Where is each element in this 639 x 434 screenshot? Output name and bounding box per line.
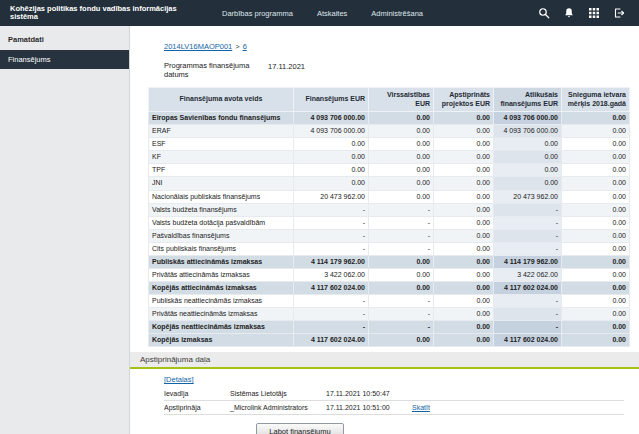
apps-grid-icon[interactable] — [588, 7, 600, 19]
cell-approved-projects: 0.00 — [434, 268, 494, 281]
cell-financing: - — [294, 321, 369, 334]
approval-timestamp: 17.11.2021 10:51:00 — [326, 404, 406, 411]
cell-overcommitments: - — [369, 216, 434, 229]
row-source-label: Pašvaldības finansējums — [149, 229, 294, 242]
cell-approved-projects: 0.00 — [434, 203, 494, 216]
cell-performance-target: 0.00 — [562, 190, 630, 203]
cell-performance-target: 0.00 — [562, 164, 630, 177]
cell-financing: - — [294, 294, 369, 307]
approval-rows: Ievadīja Sistēmas Lietotājs 17.11.2021 1… — [164, 387, 624, 415]
col-header-remaining: Atlikušais finansējums EUR — [494, 87, 562, 112]
cell-overcommitments: - — [369, 307, 434, 320]
table-row: Kopējās izmaksas 4 117 602 024.00 0.00 0… — [149, 334, 630, 347]
finance-date-row: Programmas finansējuma datums 17.11.2021 — [164, 61, 639, 80]
cell-approved-projects: 0.00 — [434, 255, 494, 268]
cell-financing: 3 422 062.00 — [294, 268, 369, 281]
cell-overcommitments: 0.00 — [369, 151, 434, 164]
cell-remaining: 20 473 962.00 — [494, 190, 562, 203]
cell-remaining: 3 422 062.00 — [494, 268, 562, 281]
cell-performance-target: 0.00 — [562, 307, 630, 320]
top-nav-item[interactable]: Darbības programma — [222, 9, 293, 18]
col-header-performance-target: Snieguma ietvara mērķis 2018.gadā — [562, 87, 630, 112]
cell-approved-projects: 0.00 — [434, 125, 494, 138]
row-source-label: TPF — [149, 164, 294, 177]
cell-remaining: 4 093 706 000.00 — [494, 125, 562, 138]
cell-remaining: 4 114 179 962.00 — [494, 255, 562, 268]
cell-performance-target: 0.00 — [562, 321, 630, 334]
cell-overcommitments: - — [369, 242, 434, 255]
cell-overcommitments: 0.00 — [369, 125, 434, 138]
cell-approved-projects: 0.00 — [434, 334, 494, 347]
cell-approved-projects: 0.00 — [434, 112, 494, 125]
cell-performance-target: 0.00 — [562, 138, 630, 151]
table-row: TPF 0.00 0.00 0.00 0.00 0.00 — [149, 164, 630, 177]
cell-performance-target: 0.00 — [562, 203, 630, 216]
cell-remaining: 4 117 602 024.00 — [494, 281, 562, 294]
top-nav: Darbības programma Atskaites Administrēš… — [222, 9, 423, 18]
cell-overcommitments: 0.00 — [369, 112, 434, 125]
cell-financing: - — [294, 307, 369, 320]
row-source-label: Eiropas Savienības fondu finansējums — [149, 112, 294, 125]
cell-financing: 0.00 — [294, 138, 369, 151]
row-source-label: JNI — [149, 177, 294, 190]
breadcrumb-programme-link[interactable]: 2014LV16MAOP001 — [164, 42, 232, 51]
cell-approved-projects: 0.00 — [434, 321, 494, 334]
row-source-label: Publiskās attiecināmās izmaksas — [149, 255, 294, 268]
row-source-label: Valsts budžeta finansējums — [149, 203, 294, 216]
row-source-label: Kopējās neattiecināmās izmaksas — [149, 321, 294, 334]
cell-remaining: 0.00 — [494, 151, 562, 164]
cell-performance-target: 0.00 — [562, 229, 630, 242]
cell-performance-target: 0.00 — [562, 125, 630, 138]
cell-overcommitments: 0.00 — [369, 190, 434, 203]
sidebar-item-finansejums[interactable]: Finansējums — [0, 50, 129, 69]
cell-remaining: 0.00 — [494, 177, 562, 190]
top-nav-item[interactable]: Administrēšana — [371, 9, 423, 18]
cell-overcommitments: 0.00 — [369, 268, 434, 281]
approval-row-label: Apstiprināja — [164, 404, 230, 411]
finance-date-value: 17.11.2021 — [268, 61, 305, 80]
cell-remaining: - — [494, 294, 562, 307]
cell-financing: 4 093 706 000.00 — [294, 112, 369, 125]
table-row: JNI 0.00 0.00 0.00 0.00 0.00 — [149, 177, 630, 190]
search-icon[interactable] — [538, 7, 550, 19]
cell-overcommitments: 0.00 — [369, 164, 434, 177]
top-bar-icons — [538, 7, 639, 19]
breadcrumb-separator: > — [235, 42, 239, 51]
table-row: Valsts budžeta finansējums - - 0.00 - 0.… — [149, 203, 630, 216]
table-row: Privātās neattiecināmās izmaksas - - 0.0… — [149, 307, 630, 320]
cell-financing: 20 473 962.00 — [294, 190, 369, 203]
cell-financing: 4 117 602 024.00 — [294, 334, 369, 347]
notifications-bell-icon[interactable] — [563, 7, 575, 19]
col-header-financing: Finansējums EUR — [294, 87, 369, 112]
cell-financing: 4 117 602 024.00 — [294, 281, 369, 294]
cell-performance-target: 0.00 — [562, 255, 630, 268]
row-source-label: KF — [149, 151, 294, 164]
edit-financing-button[interactable]: Labot finansējumu — [256, 423, 343, 434]
table-row: Publiskās attiecināmās izmaksas 4 114 17… — [149, 255, 630, 268]
top-bar: Kohēzijas politikas fondu vadības inform… — [0, 0, 639, 26]
cell-performance-target: 0.00 — [562, 294, 630, 307]
top-nav-item[interactable]: Atskaites — [317, 9, 347, 18]
finance-table: Finansējuma avota veids Finansējums EUR … — [148, 87, 630, 347]
row-source-label: Publiskās neattiecināmās izmaksas — [149, 294, 294, 307]
approval-view-link[interactable]: Skatīt — [412, 404, 430, 411]
table-row: Nacionālais publiskais finansējums 20 47… — [149, 190, 630, 203]
finance-table-header: Finansējuma avota veids Finansējums EUR … — [149, 87, 630, 112]
table-row: ESF 0.00 0.00 0.00 0.00 0.00 — [149, 138, 630, 151]
cell-overcommitments: - — [369, 229, 434, 242]
row-source-label: Privātās neattiecināmās izmaksas — [149, 307, 294, 320]
cell-performance-target: 0.00 — [562, 281, 630, 294]
row-source-label: Valsts budžeta dotācija pašvaldībām — [149, 216, 294, 229]
approval-section-title: Apstiprinājuma daļa — [130, 352, 639, 369]
cell-performance-target: 0.00 — [562, 151, 630, 164]
cell-performance-target: 0.00 — [562, 177, 630, 190]
finance-date-label: Programmas finansējuma datums — [164, 61, 256, 80]
logout-icon[interactable] — [613, 7, 625, 19]
details-link[interactable]: [Detaļas] — [164, 375, 194, 384]
breadcrumb-current-link[interactable]: 6 — [243, 42, 247, 51]
table-row: Pašvaldības finansējums - - 0.00 - 0.00 — [149, 229, 630, 242]
approval-user: _Microlink Administrators — [230, 404, 326, 411]
table-row: Cits publiskais finansējums - - 0.00 - 0… — [149, 242, 630, 255]
row-source-label: Nacionālais publiskais finansējums — [149, 190, 294, 203]
cell-performance-target: 0.00 — [562, 268, 630, 281]
